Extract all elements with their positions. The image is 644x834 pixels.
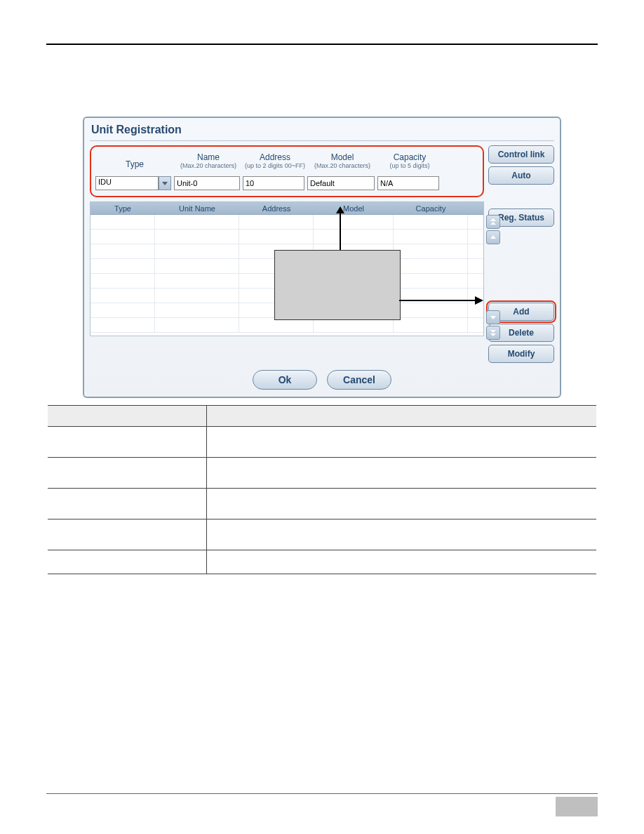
page-number-box: [556, 797, 598, 816]
svg-marker-0: [162, 182, 168, 185]
grid-header: Type Unit Name Address Model Capacity: [90, 202, 483, 215]
grid-body[interactable]: [90, 215, 483, 336]
cancel-button[interactable]: Cancel: [327, 370, 391, 390]
page-top-rule: [46, 44, 598, 45]
dropdown-icon[interactable]: [159, 176, 171, 190]
scroll-down-icon[interactable]: [486, 310, 500, 324]
header-capacity: Capacity: [394, 152, 427, 162]
header-model-sub: (Max.20 characters): [314, 162, 370, 169]
scroll-bottom-icon[interactable]: [486, 326, 500, 340]
description-table: [48, 405, 596, 574]
dialog-title: Unit Registration: [90, 122, 554, 141]
header-type: Type: [126, 159, 144, 169]
svg-marker-8: [490, 316, 496, 319]
grid-header-type: Type: [90, 204, 155, 213]
svg-marker-6: [490, 222, 496, 225]
input-fields-highlight: Type Name(Max.20 characters) Address(up …: [90, 145, 484, 197]
header-address-sub: (up to 2 digits 00~FF): [245, 162, 305, 169]
modify-button[interactable]: Modify: [488, 345, 554, 363]
page-bottom-rule: [46, 793, 598, 794]
type-select[interactable]: IDU: [95, 176, 171, 190]
address-input[interactable]: [243, 176, 304, 190]
header-name: Name: [197, 152, 220, 162]
grid-header-unit-name: Unit Name: [155, 204, 239, 213]
model-input[interactable]: [307, 176, 375, 190]
name-input[interactable]: [174, 176, 240, 190]
svg-marker-7: [490, 235, 496, 239]
svg-marker-5: [490, 218, 496, 221]
header-model: Model: [331, 152, 354, 162]
grid-header-address: Address: [239, 204, 314, 213]
scroll-top-icon[interactable]: [486, 215, 500, 229]
scroll-up-icon[interactable]: [486, 230, 500, 244]
unit-grid: Type Unit Name Address Model Capacity: [90, 201, 484, 336]
unit-registration-dialog: Unit Registration Type Name(Max.20 chara…: [83, 117, 561, 398]
grid-header-capacity: Capacity: [394, 204, 468, 213]
header-address: Address: [260, 152, 290, 162]
header-capacity-sub: (up to 5 digits): [389, 162, 429, 169]
control-link-button[interactable]: Control link: [488, 145, 554, 164]
capacity-input[interactable]: [377, 176, 439, 190]
grid-scroll-buttons: [486, 215, 500, 340]
svg-marker-9: [490, 330, 496, 333]
auto-button[interactable]: Auto: [488, 166, 554, 185]
grid-header-model: Model: [314, 204, 394, 213]
input-headers: Type Name(Max.20 characters) Address(up …: [95, 151, 478, 172]
ok-button[interactable]: Ok: [253, 370, 317, 390]
header-name-sub: (Max.20 characters): [180, 162, 236, 169]
type-select-value: IDU: [95, 176, 159, 190]
svg-marker-10: [490, 333, 496, 336]
